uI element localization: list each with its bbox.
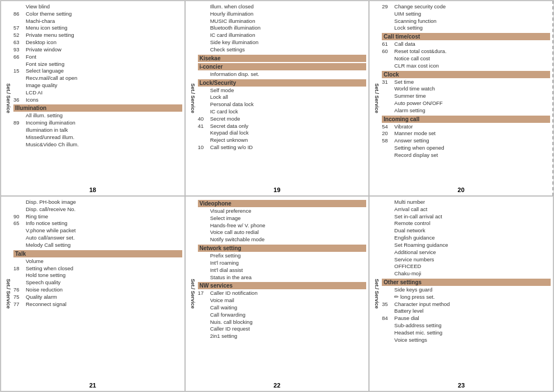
- item-text: Notice call cost: [394, 55, 430, 63]
- list-item: Side key illumination: [198, 39, 367, 46]
- list-item: Illum. when closed: [198, 3, 367, 11]
- section-header: Clock: [382, 71, 550, 78]
- item-text: 2in1 setting: [210, 333, 238, 340]
- item-number: 77: [13, 301, 26, 308]
- list-item: All illum. setting: [13, 112, 182, 119]
- item-text: Caller ID request: [210, 326, 250, 333]
- item-text: OFFICEED: [394, 263, 421, 270]
- item-text: Reject unknown: [210, 137, 248, 144]
- item-text: Secret mode: [210, 116, 240, 123]
- item-text: Check settings: [210, 46, 245, 54]
- list-item: Caller ID request: [198, 326, 367, 333]
- list-item: Visual preference: [198, 208, 367, 215]
- list-item: 54Vibrator: [382, 123, 550, 131]
- cell-19: Set./ ServiceIllum. when closedHourly il…: [185, 1, 370, 196]
- item-text: Image quality: [26, 82, 58, 89]
- item-number: 65: [13, 220, 26, 227]
- item-text: Service numbers: [394, 256, 434, 264]
- item-text: Melody Call setting: [26, 242, 70, 249]
- item-text: Alarm setting: [394, 107, 425, 114]
- list-item: Keypad dial lock: [198, 130, 367, 137]
- item-text: Hold tone setting: [26, 272, 65, 279]
- item-text: Notify switchable mode: [210, 236, 265, 243]
- section-header: Illumination: [13, 104, 182, 112]
- list-item: 18Setting when closed: [13, 265, 182, 273]
- list-item: Nuis. call blocking: [198, 319, 367, 326]
- page-number: 23: [458, 382, 465, 389]
- item-text: Dual network: [394, 227, 425, 235]
- list-item: Information disp. set.: [198, 71, 367, 78]
- item-number: 61: [382, 41, 394, 48]
- item-text: Info notice setting: [26, 220, 67, 227]
- item-text: All illum. setting: [26, 112, 63, 119]
- list-item: 76Noise reduction: [13, 286, 182, 294]
- section-header: Call time/cost: [382, 33, 550, 40]
- list-item: LCD AI: [13, 89, 182, 97]
- list-item: Hold tone setting: [13, 272, 182, 279]
- item-text: Font: [26, 54, 36, 61]
- list-item: Disp. PH-book image: [13, 199, 182, 206]
- cutout-line: <Cutout line>: [551, 83, 553, 113]
- item-number: 20: [382, 130, 394, 137]
- list-item: Status in the area: [198, 274, 367, 281]
- list-item: ✏ long press set.: [382, 294, 551, 301]
- list-item: 60Reset total cost&dura.: [382, 48, 550, 55]
- list-item: Multi number: [382, 199, 551, 206]
- list-item: UIM setting: [382, 11, 550, 18]
- item-text: Ring time: [26, 213, 48, 221]
- item-text: Call forwarding: [210, 312, 245, 319]
- item-text: Music&Video Ch illum.: [26, 141, 79, 149]
- item-number: 40: [198, 116, 210, 123]
- section-header: Network setting: [198, 245, 367, 252]
- item-text: Auto power ON/OFF: [394, 100, 443, 107]
- item-text: Manner mode set: [394, 130, 435, 137]
- item-number: 17: [198, 290, 210, 297]
- item-text: IC card illumination: [210, 32, 255, 39]
- item-text: Voice mail: [210, 297, 234, 304]
- item-number: 15: [13, 68, 26, 75]
- item-number: 35: [382, 301, 394, 308]
- item-text: Answer setting: [394, 137, 429, 145]
- item-text: Hourly illumination: [210, 11, 254, 18]
- cell-18: Set./ ServiceView blind86Color theme set…: [1, 1, 185, 196]
- item-text: Call setting w/o ID: [210, 144, 253, 151]
- set-service-label: Set./ Service: [370, 279, 380, 309]
- item-number: 60: [382, 48, 394, 55]
- list-item: 89Incoming illumination: [13, 119, 182, 127]
- item-text: View blind: [26, 3, 50, 11]
- item-text: Menu icon setting: [26, 25, 67, 32]
- item-number: 36: [13, 97, 26, 104]
- cell-content: View blind86Color theme settingMachi-cha…: [13, 3, 182, 148]
- item-text: IC card lock: [210, 108, 238, 116]
- item-text: V.phone while packet: [26, 227, 75, 235]
- item-text: Reset total cost&dura.: [394, 48, 446, 55]
- list-item: 77Reconnect signal: [13, 301, 182, 308]
- list-item: Machi-chara: [13, 18, 182, 25]
- list-item: 52Private menu setting: [13, 32, 182, 39]
- list-item: Battery level: [382, 308, 551, 315]
- item-text: World time watch: [394, 85, 435, 93]
- item-text: LCD AI: [26, 89, 42, 97]
- item-text: Set in-call arrival act: [394, 213, 442, 221]
- list-item: Voice mail: [198, 297, 367, 304]
- list-item: 17Caller ID notification: [198, 290, 367, 297]
- item-number: 57: [13, 25, 26, 32]
- list-item: Arrival call act: [382, 206, 551, 213]
- list-item: Auto power ON/OFF: [382, 100, 550, 107]
- set-service-label: Set./ Service: [1, 279, 11, 309]
- cell-content: Illum. when closedHourly illuminationMUS…: [198, 3, 367, 151]
- set-service-label: Set./ Service: [1, 83, 11, 113]
- list-item: V.phone while packet: [13, 227, 182, 235]
- list-item: MUSIC illumination: [198, 18, 367, 25]
- list-item: 66Font: [13, 54, 182, 61]
- list-item: Set in-call arrival act: [382, 213, 551, 221]
- item-text: Battery level: [394, 308, 423, 315]
- list-item: English guidance: [382, 235, 551, 242]
- list-item: 35Character input method: [382, 301, 551, 308]
- item-text: Change security code: [394, 3, 446, 11]
- item-text: Icons: [26, 97, 39, 104]
- item-text: Color theme setting: [26, 11, 72, 18]
- item-number: 66: [13, 54, 26, 61]
- item-text: Hands-free w/ V. phone: [210, 222, 266, 230]
- item-text: Illum. when closed: [210, 3, 254, 11]
